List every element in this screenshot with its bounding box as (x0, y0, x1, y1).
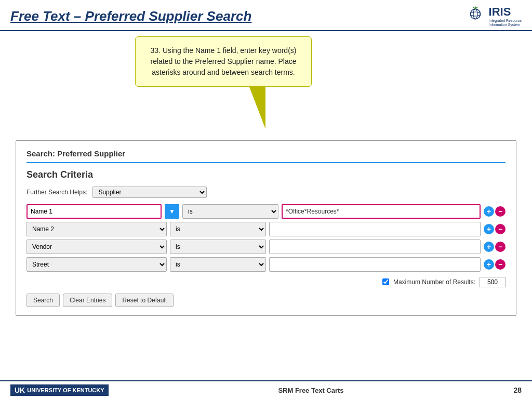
svg-point-0 (470, 9, 480, 19)
further-search-select[interactable]: Supplier (92, 187, 207, 198)
value-name2[interactable] (269, 222, 481, 236)
max-results-checkbox[interactable] (382, 278, 389, 285)
add-row-vendor-btn[interactable]: + (484, 242, 494, 252)
university-name: UNIVERSITY OF KENTUCKY (27, 387, 104, 393)
row-buttons-name2: + − (484, 224, 506, 234)
further-search-label: Further Search Helps: (26, 189, 87, 196)
iris-logo-text: IRIS Integrated Resource Information Sys… (489, 5, 522, 28)
field-name2[interactable]: Name 2 (26, 222, 167, 236)
search-box: Search: Preferred Supplier Search Criter… (16, 140, 516, 316)
row-buttons-vendor: + − (484, 242, 506, 252)
iris-subtitle-line2: Information System (489, 23, 522, 27)
field-street[interactable]: Street (26, 257, 167, 272)
search-button[interactable]: Search (26, 294, 60, 307)
add-row-name2-btn[interactable]: + (484, 224, 494, 234)
remove-row-name1-btn[interactable]: − (495, 206, 506, 217)
max-results-row: Maximum Number of Results: (26, 277, 506, 287)
remove-row-vendor-btn[interactable]: − (495, 242, 506, 252)
page-title: Free Text – Preferred Supplier Search (10, 8, 251, 24)
row-buttons-street: + − (484, 259, 506, 270)
footer-center-text: SRM Free Text Carts (278, 387, 343, 394)
further-search-row: Further Search Helps: Supplier (26, 187, 506, 198)
search-box-title: Search: Preferred Supplier (26, 149, 506, 163)
add-row-street-btn[interactable]: + (484, 259, 494, 270)
add-row-name1-btn[interactable]: + (484, 206, 494, 217)
callout-text: 33. Using the Name 1 field, enter key wo… (151, 46, 297, 76)
remove-row-street-btn[interactable]: − (495, 259, 506, 270)
search-row-name2: Name 2 is + − (26, 222, 506, 236)
callout-bubble: 33. Using the Name 1 field, enter key wo… (135, 36, 312, 87)
svg-point-1 (473, 9, 477, 19)
footer: UK UNIVERSITY OF KENTUCKY SRM Free Text … (0, 380, 532, 399)
max-results-label: Maximum Number of Results: (393, 278, 475, 286)
value-name1[interactable] (282, 204, 481, 219)
field-vendor[interactable]: Vendor (26, 240, 167, 254)
svg-point-2 (470, 12, 480, 16)
uk-initials: UK (15, 386, 25, 394)
callout-wrapper: 33. Using the Name 1 field, enter key wo… (135, 36, 312, 128)
value-street[interactable] (269, 257, 481, 272)
search-row-street: Street is + − (26, 257, 506, 272)
clear-entries-button[interactable]: Clear Entries (63, 294, 112, 307)
operator-street[interactable]: is (170, 257, 266, 272)
search-criteria-title: Search Criteria (26, 169, 506, 180)
search-row-vendor: Vendor is + − (26, 240, 506, 254)
operator-name1[interactable]: is (182, 204, 278, 219)
max-results-input[interactable] (480, 277, 506, 287)
iris-logo-icon (465, 6, 486, 26)
reset-to-default-button[interactable]: Reset to Default (115, 294, 174, 307)
value-vendor[interactable] (269, 240, 481, 254)
footer-logo: UK UNIVERSITY OF KENTUCKY (10, 384, 109, 396)
iris-subtitle-line1: Integrated Resource (489, 19, 522, 23)
footer-page-number: 28 (513, 386, 522, 394)
remove-row-name2-btn[interactable]: − (495, 224, 506, 234)
name1-dropdown-btn[interactable]: ▼ (165, 204, 179, 219)
search-row-name1: ▼ is + − (26, 204, 506, 219)
operator-name2[interactable]: is (170, 222, 266, 236)
callout-arrow (249, 87, 265, 128)
field-name1[interactable] (26, 204, 162, 219)
action-buttons: Search Clear Entries Reset to Default (26, 294, 506, 307)
header: Free Text – Preferred Supplier Search IR… (0, 0, 532, 31)
operator-vendor[interactable]: is (170, 240, 266, 254)
row-buttons-name1: + − (484, 206, 506, 217)
iris-logo: IRIS Integrated Resource Information Sys… (465, 5, 522, 28)
iris-name: IRIS (489, 5, 522, 19)
